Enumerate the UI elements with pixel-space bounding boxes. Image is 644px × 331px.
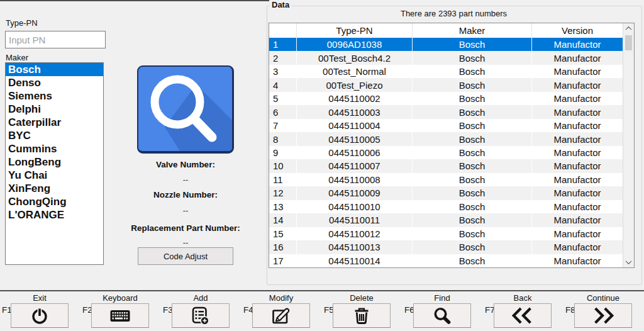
cell-type-pn[interactable]: 0445110009 <box>297 186 413 199</box>
cell-row-number[interactable]: 6 <box>269 105 297 118</box>
table-row[interactable]: 17 0445110014 Bosch Manufactor <box>269 254 623 267</box>
cell-type-pn[interactable]: 0445110012 <box>297 227 413 240</box>
cell-maker[interactable]: Bosch <box>413 159 532 172</box>
cell-version[interactable]: Manufactor <box>532 146 623 159</box>
cell-maker[interactable]: Bosch <box>413 38 532 51</box>
cell-maker[interactable]: Bosch <box>413 51 532 64</box>
cell-type-pn[interactable]: 00Test_Piezo <box>297 78 413 91</box>
cell-maker[interactable]: Bosch <box>413 65 532 78</box>
cell-maker[interactable]: Bosch <box>413 119 532 132</box>
cell-version[interactable]: Manufactor <box>532 173 623 186</box>
cell-maker[interactable]: Bosch <box>413 186 532 199</box>
table-scrollbar[interactable] <box>623 23 634 267</box>
search-tile-icon[interactable] <box>137 65 234 154</box>
cell-row-number[interactable]: 3 <box>269 65 297 78</box>
cell-maker[interactable]: Bosch <box>413 146 532 159</box>
cell-version[interactable]: Manufactor <box>532 119 623 132</box>
cell-version[interactable]: Manufactor <box>532 132 623 145</box>
cell-row-number[interactable]: 17 <box>269 254 297 267</box>
back-button[interactable] <box>494 303 552 328</box>
pn-input[interactable] <box>5 31 106 48</box>
table-row[interactable]: 15 0445110012 Bosch Manufactor <box>269 227 623 240</box>
cell-type-pn[interactable]: 0445110005 <box>297 132 413 145</box>
cell-row-number[interactable]: 9 <box>269 146 297 159</box>
table-row[interactable]: 13 0445110010 Bosch Manufactor <box>269 200 623 213</box>
keyboard-button[interactable] <box>91 303 149 328</box>
cell-maker[interactable]: Bosch <box>413 132 532 145</box>
cell-version[interactable]: Manufactor <box>532 38 623 51</box>
cell-type-pn[interactable]: 0445110008 <box>297 173 413 186</box>
cell-row-number[interactable]: 8 <box>269 132 297 145</box>
cell-row-number[interactable]: 16 <box>269 240 297 254</box>
cell-version[interactable]: Manufactor <box>532 105 623 118</box>
cell-type-pn[interactable]: 0445110011 <box>297 213 413 227</box>
table-row[interactable]: 14 0445110011 Bosch Manufactor <box>269 213 623 227</box>
table-row[interactable]: 16 0445110013 Bosch Manufactor <box>269 240 623 254</box>
cell-type-pn[interactable]: 0096AD1038 <box>297 38 413 51</box>
cell-row-number[interactable]: 10 <box>269 159 297 172</box>
cell-row-number[interactable]: 7 <box>269 119 297 132</box>
cell-version[interactable]: Manufactor <box>532 65 623 78</box>
cell-row-number[interactable]: 5 <box>269 92 297 105</box>
table-row[interactable]: 5 0445110002 Bosch Manufactor <box>269 92 623 105</box>
cell-version[interactable]: Manufactor <box>532 227 623 240</box>
table-row[interactable]: 1 0096AD1038 Bosch Manufactor <box>269 38 623 51</box>
cell-row-number[interactable]: 15 <box>269 227 297 240</box>
cell-type-pn[interactable]: 0445110013 <box>297 240 413 254</box>
maker-list-item[interactable]: BYC <box>6 129 103 142</box>
continue-button[interactable] <box>574 303 632 328</box>
maker-list-item[interactable]: L'ORANGE <box>6 208 103 222</box>
cell-maker[interactable]: Bosch <box>413 92 532 105</box>
cell-type-pn[interactable]: 0445110003 <box>297 105 413 118</box>
scrollbar-thumb[interactable] <box>625 35 632 50</box>
table-row[interactable]: 10 0445110007 Bosch Manufactor <box>269 159 623 172</box>
cell-version[interactable]: Manufactor <box>532 92 623 105</box>
cell-type-pn[interactable]: 0445110002 <box>297 92 413 105</box>
scrollbar-up-icon[interactable] <box>623 23 634 34</box>
maker-list-item[interactable]: LongBeng <box>6 155 103 169</box>
cell-type-pn[interactable]: 0445110007 <box>297 159 413 172</box>
cell-row-number[interactable]: 2 <box>269 51 297 64</box>
cell-maker[interactable]: Bosch <box>413 213 532 227</box>
table-row[interactable]: 9 0445110006 Bosch Manufactor <box>269 146 623 159</box>
scrollbar-down-icon[interactable] <box>623 257 634 267</box>
table-row[interactable]: 4 00Test_Piezo Bosch Manufactor <box>269 78 623 91</box>
exit-button[interactable] <box>11 303 69 328</box>
cell-maker[interactable]: Bosch <box>413 240 532 254</box>
code-adjust-button[interactable]: Code Adjust <box>138 247 233 265</box>
table-row[interactable]: 7 0445110004 Bosch Manufactor <box>269 119 623 132</box>
maker-list-item[interactable]: Yu Chai <box>6 169 103 182</box>
table-row[interactable]: 11 0445110008 Bosch Manufactor <box>269 173 623 186</box>
cell-type-pn[interactable]: 0445110014 <box>297 254 413 267</box>
maker-list-item[interactable]: ChongQing <box>6 195 103 208</box>
cell-version[interactable]: Manufactor <box>532 213 623 227</box>
cell-row-number[interactable]: 12 <box>269 186 297 199</box>
table-row[interactable]: 6 0445110003 Bosch Manufactor <box>269 105 623 118</box>
cell-type-pn[interactable]: 00Test_Bosch4.2 <box>297 51 413 64</box>
cell-row-number[interactable]: 1 <box>269 38 297 51</box>
cell-row-number[interactable]: 11 <box>269 173 297 186</box>
table-row[interactable]: 3 00Test_Normal Bosch Manufactor <box>269 65 623 78</box>
delete-button[interactable] <box>333 303 391 328</box>
cell-version[interactable]: Manufactor <box>532 254 623 267</box>
cell-maker[interactable]: Bosch <box>413 173 532 186</box>
cell-row-number[interactable]: 14 <box>269 213 297 227</box>
cell-maker[interactable]: Bosch <box>413 227 532 240</box>
cell-version[interactable]: Manufactor <box>532 240 623 254</box>
cell-type-pn[interactable]: 0445110010 <box>297 200 413 213</box>
find-button[interactable] <box>413 303 471 328</box>
modify-button[interactable] <box>252 303 310 328</box>
cell-maker[interactable]: Bosch <box>413 200 532 213</box>
maker-listbox[interactable]: BoschDensoSiemensDelphiCaterpillarBYCCum… <box>5 62 104 265</box>
maker-list-item[interactable]: Bosch <box>6 63 103 76</box>
cell-row-number[interactable]: 4 <box>269 78 297 91</box>
col-header-type-pn[interactable]: Type-PN <box>297 23 413 38</box>
cell-version[interactable]: Manufactor <box>532 51 623 64</box>
maker-list-item[interactable]: XinFeng <box>6 182 103 195</box>
cell-type-pn[interactable]: 0445110006 <box>297 146 413 159</box>
maker-list-item[interactable]: Cummins <box>6 142 103 155</box>
maker-list-item[interactable]: Caterpillar <box>6 116 103 129</box>
cell-maker[interactable]: Bosch <box>413 78 532 91</box>
table-row[interactable]: 12 0445110009 Bosch Manufactor <box>269 186 623 199</box>
col-header-maker[interactable]: Maker <box>413 23 532 38</box>
